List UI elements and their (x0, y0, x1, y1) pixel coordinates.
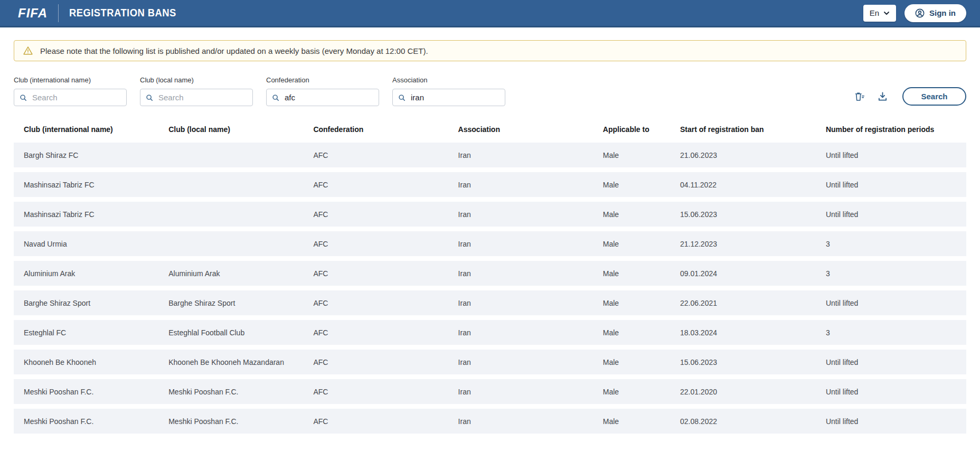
table-row[interactable]: Barghe Shiraz SportBarghe Shiraz SportAF… (14, 290, 966, 315)
table-cell: Barghe Shiraz Sport (14, 299, 158, 307)
table-cell: Until lifted (816, 388, 966, 396)
table-cell: 3 (816, 328, 966, 337)
app-header: FIFA REGISTRATION BANS En Sign in (0, 0, 980, 27)
table-cell: Iran (448, 181, 593, 189)
fifa-logo[interactable]: FIFA (18, 6, 48, 21)
table-cell: 09.01.2024 (670, 269, 816, 278)
table-cell: AFC (303, 269, 448, 278)
table-cell: 15.06.2023 (670, 210, 816, 219)
table-body: Bargh Shiraz FCAFCIranMale21.06.2023Unti… (14, 143, 966, 434)
table-cell: AFC (303, 299, 448, 307)
table-cell: Iran (448, 151, 593, 159)
filter-club-international: Club (international name) (14, 76, 127, 106)
table-cell: 21.12.2023 (670, 240, 816, 248)
table-row[interactable]: Navad UrmiaAFCIranMale21.12.20233 (14, 231, 966, 256)
table-cell: Barghe Shiraz Sport (158, 299, 303, 307)
filter-actions: Search (853, 87, 966, 106)
table-cell: Meshki Pooshan F.C. (14, 417, 158, 426)
page-title: REGISTRATION BANS (69, 7, 176, 19)
table-cell: 15.06.2023 (670, 358, 816, 366)
table-row[interactable]: Meshki Pooshan F.C.Meshki Pooshan F.C.AF… (14, 409, 966, 434)
filter-label: Club (local name) (140, 76, 253, 84)
table-row[interactable]: Mashinsazi Tabriz FCAFCIranMale04.11.202… (14, 172, 966, 197)
download-icon (878, 91, 888, 101)
table-row[interactable]: Bargh Shiraz FCAFCIranMale21.06.2023Unti… (14, 143, 966, 167)
table-cell: Iran (448, 210, 593, 219)
filters-bar: Club (international name) Club (local na… (14, 76, 966, 106)
table-cell: 3 (816, 269, 966, 278)
table-row[interactable]: Meshki Pooshan F.C.Meshki Pooshan F.C.AF… (14, 379, 966, 404)
table-cell: Until lifted (816, 417, 966, 426)
table-cell: Until lifted (816, 210, 966, 219)
table-cell: Male (593, 269, 670, 278)
table-cell: AFC (303, 210, 448, 219)
table-cell: Iran (448, 240, 593, 248)
table-cell: Until lifted (816, 358, 966, 366)
table-cell: 02.08.2022 (670, 417, 816, 426)
table-cell: Iran (448, 417, 593, 426)
person-circle-icon (915, 8, 925, 18)
table-cell: Aluminium Arak (14, 269, 158, 278)
table-cell: Bargh Shiraz FC (14, 151, 158, 159)
chevron-down-icon (883, 10, 890, 16)
table-cell: 3 (816, 240, 966, 248)
confederation-input[interactable] (266, 89, 379, 106)
table-cell: Male (593, 299, 670, 307)
table-row[interactable]: Khooneh Be KhoonehKhooneh Be Khooneh Maz… (14, 350, 966, 374)
table-cell: Male (593, 388, 670, 396)
table-cell: Khooneh Be Khooneh (14, 358, 158, 366)
sign-in-button[interactable]: Sign in (904, 4, 966, 22)
table-cell: Navad Urmia (14, 240, 158, 248)
club-local-input[interactable] (140, 89, 253, 106)
table-cell: AFC (303, 358, 448, 366)
registration-bans-table: Club (international name)Club (local nam… (14, 119, 966, 434)
table-cell: Male (593, 181, 670, 189)
warning-icon (23, 45, 33, 56)
column-header: Association (448, 125, 593, 134)
table-cell: Until lifted (816, 299, 966, 307)
notice-text: Please note that the following list is p… (40, 46, 428, 55)
search-button[interactable]: Search (902, 87, 966, 106)
table-cell: Male (593, 151, 670, 159)
filter-label: Club (international name) (14, 76, 127, 84)
table-cell: Mashinsazi Tabriz FC (14, 181, 158, 189)
table-row[interactable]: Mashinsazi Tabriz FCAFCIranMale15.06.202… (14, 202, 966, 227)
table-cell: Meshki Pooshan F.C. (14, 388, 158, 396)
table-cell: 22.06.2021 (670, 299, 816, 307)
table-cell: AFC (303, 388, 448, 396)
download-button[interactable] (877, 90, 889, 102)
table-header-row: Club (international name)Club (local nam… (14, 119, 966, 143)
language-selected-label: En (870, 8, 879, 17)
table-row[interactable]: Aluminium ArakAluminium ArakAFCIranMale0… (14, 261, 966, 286)
clear-filters-button[interactable] (853, 90, 866, 103)
table-cell: Khooneh Be Khooneh Mazandaran (158, 358, 303, 366)
table-cell: AFC (303, 151, 448, 159)
table-cell: Until lifted (816, 181, 966, 189)
table-cell: 18.03.2024 (670, 328, 816, 337)
column-header: Applicable to (593, 125, 670, 134)
table-cell: AFC (303, 417, 448, 426)
club-international-input[interactable] (14, 89, 127, 106)
sign-in-label: Sign in (929, 8, 956, 17)
table-cell: AFC (303, 181, 448, 189)
table-cell: Male (593, 328, 670, 337)
language-selector[interactable]: En (863, 5, 896, 22)
filter-label: Confederation (266, 76, 379, 84)
association-input[interactable] (392, 89, 505, 106)
table-cell: 21.06.2023 (670, 151, 816, 159)
table-row[interactable]: Esteghlal FCEsteghlal Football ClubAFCIr… (14, 320, 966, 345)
table-cell: Meshki Pooshan F.C. (158, 388, 303, 396)
filter-confederation: Confederation (266, 76, 379, 106)
weekly-update-notice: Please note that the following list is p… (14, 40, 966, 61)
table-cell: AFC (303, 240, 448, 248)
column-header: Start of registration ban (670, 125, 816, 134)
table-cell: Male (593, 358, 670, 366)
table-cell: Aluminium Arak (158, 269, 303, 278)
column-header: Club (international name) (14, 125, 158, 134)
table-cell: Iran (448, 328, 593, 337)
table-cell: Meshki Pooshan F.C. (158, 417, 303, 426)
table-cell: Male (593, 210, 670, 219)
column-header: Confederation (303, 125, 448, 134)
header-actions: En Sign in (863, 4, 966, 22)
column-header: Club (local name) (158, 125, 303, 134)
